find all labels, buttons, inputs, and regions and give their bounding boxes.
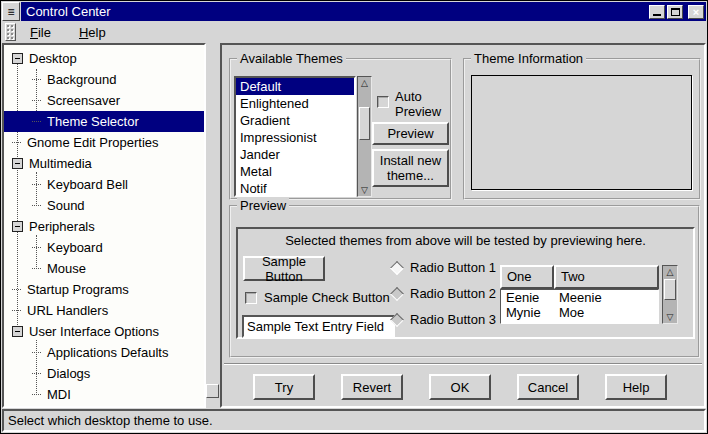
tree-item-mdi[interactable]: MDI [4,384,204,405]
minimize-button[interactable] [649,5,665,19]
tree-item-keyboard-bell[interactable]: Keyboard Bell [4,174,204,195]
help-button[interactable]: Help [605,374,667,400]
theme-list-item[interactable]: Gradient [236,112,354,129]
scroll-up-icon[interactable]: △ [663,266,677,278]
tree-branch-line [12,310,21,311]
checkbox-icon[interactable] [377,96,389,108]
sample-table: One Two Eenie Meenie Mynie Moe [500,265,659,324]
theme-information-frame: Theme Information [463,58,701,200]
theme-information-content [471,75,692,190]
table-scrollbar[interactable]: △ ▽ [662,265,678,324]
sample-text-entry[interactable] [242,315,395,338]
radio-button-2[interactable]: Radio Button 2 [390,286,496,301]
preview-note: Selected themes from above will be teste… [238,233,693,248]
tree-branch-line [32,373,41,374]
theme-list-item[interactable]: Jander [236,146,354,163]
main-area: Desktop Background Screensaver Theme Sel… [2,43,706,408]
install-new-theme-button[interactable]: Install new theme... [372,149,449,187]
tree-item-peripherals[interactable]: Peripherals [4,216,204,237]
preview-frame: Preview Selected themes from above will … [229,205,700,358]
tree-branch-line [32,268,41,269]
tree-item-mouse[interactable]: Mouse [4,258,204,279]
tree-branch-line [32,100,41,101]
window-controls: × [649,5,706,19]
pane-divider [206,43,220,408]
collapse-expander-icon[interactable] [12,53,23,64]
table-header-row: One Two [500,265,659,289]
checkbox-icon[interactable] [245,292,257,304]
tree-item-theme-selector[interactable]: Theme Selector [4,111,204,132]
cancel-button[interactable]: Cancel [517,374,579,400]
action-separator [224,363,702,365]
theme-list-item[interactable]: Impressionist [236,129,354,146]
revert-button[interactable]: Revert [341,374,403,400]
radio-selected-icon[interactable] [390,260,404,274]
maximize-icon [671,8,680,16]
radio-icon[interactable] [390,312,404,326]
theme-list-item[interactable]: Enlightened [236,95,354,112]
scrollbar-thumb[interactable] [359,107,370,140]
ok-button[interactable]: OK [429,374,491,400]
collapse-expander-icon[interactable] [12,326,23,337]
tree-item-url-handlers[interactable]: URL Handlers [4,300,204,321]
menubar: File Help [2,21,706,43]
try-button[interactable]: Try [253,374,315,400]
menu-file[interactable]: File [22,23,59,42]
sample-button[interactable]: Sample Button [243,256,325,281]
table-header-two[interactable]: Two [554,265,659,289]
scroll-down-icon[interactable]: ▽ [663,311,677,323]
collapse-expander-icon[interactable] [12,221,23,232]
scroll-up-icon[interactable]: △ [358,77,371,89]
sample-check-button[interactable]: Sample Check Button [245,285,390,311]
tree-branch-line [12,289,21,290]
radio-button-3[interactable]: Radio Button 3 [390,312,496,327]
titlebar-area[interactable]: Control Center × [21,2,706,21]
scrollbar-thumb[interactable] [664,279,676,300]
tree-item-dialogs[interactable]: Dialogs [4,363,204,384]
tree-item-sound[interactable]: Sound [4,195,204,216]
close-button[interactable]: × [688,5,704,19]
preview-legend: Preview [237,198,289,213]
tree-item-keyboard[interactable]: Keyboard [4,237,204,258]
table-row[interactable]: Mynie Moe [501,305,658,320]
theme-information-legend: Theme Information [471,51,586,66]
preview-button[interactable]: Preview [372,122,449,145]
table-body: Eenie Meenie Mynie Moe [500,289,659,324]
collapse-expander-icon[interactable] [12,158,23,169]
tree-branch-line [32,352,41,353]
tree-item-startup-programs[interactable]: Startup Programs [4,279,204,300]
tree-item-user-interface-options[interactable]: User Interface Options [4,321,204,342]
radio-button-1[interactable]: Radio Button 1 [390,260,496,275]
titlebar: ≡ Control Center × [2,2,706,21]
table-row[interactable]: Eenie Meenie [501,290,658,305]
pane-resize-handle[interactable] [206,384,219,398]
close-icon: × [693,7,699,17]
tree-item-gnome-edit-properties[interactable]: Gnome Edit Properties [4,132,204,153]
tree-item-desktop[interactable]: Desktop [4,48,204,69]
theme-list-item[interactable]: Default [236,78,354,95]
tree-branch-line [12,142,21,143]
tree-item-screensaver[interactable]: Screensaver [4,90,204,111]
tree-item-applications-defaults[interactable]: Applications Defaults [4,342,204,363]
auto-preview-checkbox[interactable]: Auto Preview [377,89,449,119]
tree-item-background[interactable]: Background [4,69,204,90]
tree-item-multimedia[interactable]: Multimedia [4,153,204,174]
radio-icon[interactable] [390,286,404,300]
tree-branch-line [32,205,41,206]
window-title: Control Center [26,4,111,19]
themes-list-scrollbar[interactable]: △ ▽ [357,76,372,197]
menu-help[interactable]: Help [71,23,114,42]
table-header-one[interactable]: One [500,265,554,289]
window-menu-button[interactable]: ≡ [2,2,20,21]
tree-branch-line [32,247,41,248]
theme-list-item[interactable]: Metal [236,163,354,180]
available-themes-frame: Available Themes Default Enlightened Gra… [229,58,452,200]
tree-branch-line [32,394,41,395]
theme-list-item[interactable]: Notif [236,180,354,197]
menubar-drag-handle[interactable] [5,23,16,41]
maximize-button[interactable] [667,5,683,19]
control-center-window: ≡ Control Center × File Help Deskto [0,0,708,434]
category-tree: Desktop Background Screensaver Theme Sel… [2,43,206,408]
scroll-down-icon[interactable]: ▽ [358,184,371,196]
status-text: Select which desktop theme to use. [8,413,213,428]
